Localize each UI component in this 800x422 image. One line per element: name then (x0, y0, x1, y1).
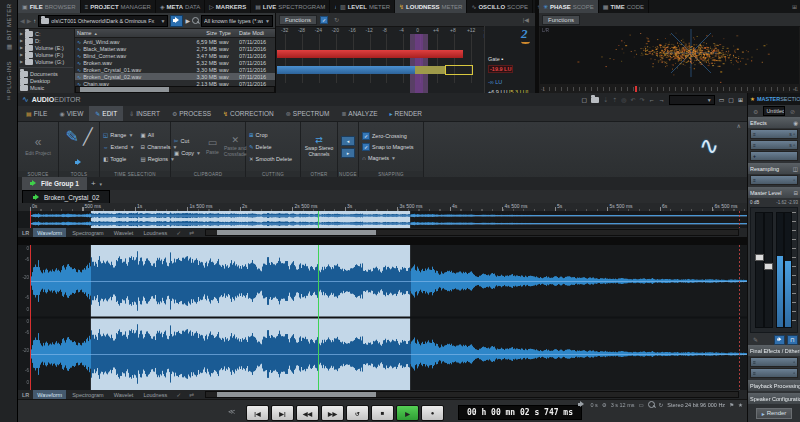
transport-collapse-icon[interactable]: ≪ (228, 408, 235, 416)
record-button[interactable]: ● (421, 405, 444, 421)
paste-crossfade-button[interactable]: ✕Paste and Crossfade (224, 135, 247, 158)
file-row[interactable]: ∿Anti_Wind.wav6,59 MBwav07/11/2016 (75, 38, 275, 45)
time-display[interactable]: 00 h 00 mn 02 s 747 ms (458, 405, 582, 420)
expand-arrow-icon[interactable]: ▶ (20, 38, 23, 43)
expand-arrow-icon[interactable]: ▶ (20, 31, 23, 36)
file-group-menu-icon[interactable]: ▾ (100, 181, 103, 187)
view-tab-loudness[interactable]: Loudness (139, 390, 171, 399)
speaker-configuration-header[interactable]: Speaker Configuration (748, 393, 800, 404)
overview-waveform[interactable] (18, 211, 747, 228)
path-dropdown[interactable]: ols\CT001 Otherworld\Dark & Ominous Fx ▼ (38, 15, 168, 27)
edit-project-button[interactable]: «Edit Project (25, 136, 51, 157)
display-mode-icon[interactable]: ▭ (639, 402, 644, 408)
toggle-button[interactable]: ◧Toggle (103, 153, 135, 165)
column-type[interactable]: Type (219, 30, 239, 36)
panel-menu-icon[interactable]: ⊞ (789, 0, 800, 13)
ribbon-tab-edit[interactable]: ✎EDIT (89, 106, 123, 121)
collapse-left-icon[interactable]: |◀ (520, 16, 532, 23)
play-file-icon[interactable]: ▶ (185, 17, 190, 24)
view-tab-wavelet[interactable]: Wavelet (110, 228, 138, 237)
bitmeter-vertical-tab[interactable]: ▦BIT METER (5, 4, 12, 51)
tab-file[interactable]: ▣FILEBROWSER (18, 0, 81, 13)
view-tab-waveform[interactable]: Waveform (33, 390, 66, 399)
main-waveform[interactable] (18, 245, 747, 390)
flag-icon[interactable]: ⚑ (729, 402, 734, 408)
paste-button[interactable]: ▭Paste (206, 137, 219, 155)
lock-faders-button[interactable]: ⊓ (787, 335, 798, 345)
edit-icon[interactable]: ✎ (750, 336, 761, 343)
view-tab-spectrogram[interactable]: Spectrogram (68, 390, 108, 399)
delete-button[interactable]: ✎Delete (249, 141, 292, 153)
functions-menu-button[interactable]: Functions (542, 15, 580, 25)
render-button[interactable]: ▸Render (756, 408, 793, 419)
resampling-slot[interactable]: ≡▫ (750, 175, 798, 185)
fader-right[interactable] (764, 212, 773, 328)
add-effect-slot-button[interactable]: + (750, 151, 798, 161)
column-size[interactable]: Size (187, 30, 219, 36)
tab-meta[interactable]: ◈METADATA (156, 0, 205, 13)
line-tool-icon[interactable]: ╱ (83, 127, 93, 146)
add-file-group-button[interactable]: + (91, 179, 96, 188)
file-list-hscrollbar[interactable] (75, 86, 275, 93)
open-folder-icon[interactable] (591, 97, 599, 103)
playback-processing-header[interactable]: Playback Processing▭ (748, 380, 800, 391)
layers-icon[interactable]: ⇄ (186, 229, 197, 236)
tree-item[interactable]: ▶Volume (G:) (18, 58, 74, 65)
magnets-menu-button[interactable]: ∩Magnets▼ (362, 153, 414, 163)
tab-oscillo[interactable]: ∿OSCILLOSCOPE (467, 0, 533, 13)
audition-button[interactable] (170, 15, 183, 27)
undo-icon[interactable]: ↶ (631, 96, 636, 103)
zoom-preset-combo[interactable]: ▼ (669, 95, 715, 105)
crop-button[interactable]: ⊞Crop (249, 129, 292, 141)
play-tool-icon[interactable] (75, 159, 83, 166)
eye-icon[interactable]: ◉ (793, 120, 798, 126)
tab-level[interactable]: ▥LEVELMETER (336, 0, 395, 13)
cut-button[interactable]: ✂Cut (174, 135, 201, 147)
record-icon[interactable]: ◎ (621, 96, 626, 103)
wave-hscrollbar[interactable] (205, 391, 739, 398)
up-folder-icon[interactable]: ↑ (33, 18, 36, 24)
go-start-button[interactable]: |◀ (246, 405, 269, 421)
preset-name-field[interactable]: Untitled (763, 106, 785, 116)
ribbon-tab-analyze[interactable]: ≣ANALYZE (335, 106, 383, 121)
zoom-icon[interactable] (648, 401, 655, 408)
save-as-icon[interactable]: ⇡ (612, 96, 617, 103)
forward-icon[interactable]: ▶ (27, 17, 32, 24)
ribbon-tab-file[interactable]: ▤FILE (20, 106, 53, 121)
view-tab-wavelet[interactable]: Wavelet (110, 390, 138, 399)
file-row[interactable]: ∿Broken.wav5,32 MBwav07/11/2016 (75, 59, 275, 66)
fader-cap[interactable] (755, 254, 764, 261)
forward-button[interactable]: ▶▶ (321, 405, 344, 421)
tab-markers[interactable]: ▷MARKERS (205, 0, 251, 13)
gear-icon[interactable]: ⚙ (602, 402, 607, 408)
resampling-section-header[interactable]: Resampling◫ (748, 163, 800, 174)
redo-icon[interactable]: ↷ (640, 96, 645, 103)
nudge-right-button[interactable]: ▸ (341, 148, 355, 158)
effect-slot[interactable]: ≡s ▫ (750, 140, 798, 150)
maximize-icon[interactable]: ▢ (728, 96, 734, 103)
layers-icon[interactable]: ⇄ (186, 391, 197, 398)
effects-section-header[interactable]: Effects◉ (748, 117, 800, 128)
file-type-dropdown[interactable]: All known file types (*.wav ▼ (201, 15, 273, 27)
final-effect-slot[interactable]: ≡▫ (750, 368, 798, 378)
effect-slot[interactable]: ≡s ▫ (750, 129, 798, 139)
tree-favorite-item[interactable]: Documents (18, 70, 74, 77)
star-icon[interactable]: ★ (738, 402, 743, 408)
panel-menu-icon[interactable]: ⊞ (738, 96, 743, 103)
file-row[interactable]: ∿Black_Matter.wav2,75 MBwav07/11/2016 (75, 45, 275, 52)
refresh-icon[interactable]: ↻ (659, 402, 664, 408)
copy-button[interactable]: ▣Copy▼ (174, 147, 201, 159)
stop-button[interactable]: ■ (371, 405, 394, 421)
fader-cap[interactable] (764, 263, 773, 270)
smooth-delete-button[interactable]: ✕Smooth Delete (249, 153, 292, 165)
view-tab-loudness[interactable]: Loudness (139, 228, 171, 237)
wave-hscrollbar[interactable] (205, 229, 739, 236)
nav-forward-icon[interactable]: → (659, 97, 665, 103)
plugins-vertical-tab[interactable]: ≡PLUG-INS (6, 61, 12, 100)
functions-menu-button[interactable]: Functions (279, 15, 317, 25)
final-effect-slot[interactable]: ≡▫ (750, 357, 798, 367)
nudge-left-button[interactable]: ◂ (341, 136, 355, 146)
view-tab-waveform[interactable]: Waveform (33, 228, 66, 237)
column-date[interactable]: Date Modi (239, 30, 275, 36)
bypass-icon[interactable]: ⊘ (787, 108, 798, 115)
